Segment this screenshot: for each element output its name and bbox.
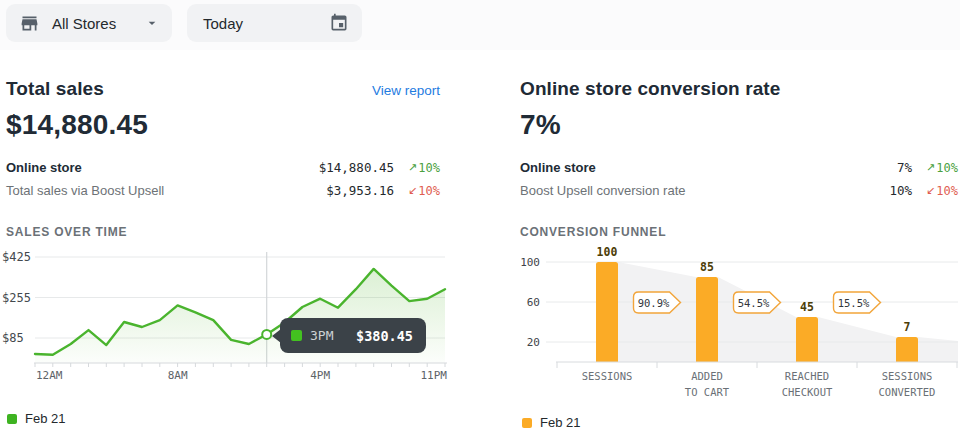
bar-value-label: 100	[597, 245, 618, 259]
tooltip-value: $380.45	[356, 328, 413, 344]
row-label: Online store	[520, 160, 596, 175]
funnel-category-label: CHECKOUT	[782, 386, 833, 398]
chevron-down-icon	[144, 15, 160, 31]
funnel-category-label: SESSIONS	[582, 370, 633, 382]
storefront-icon	[19, 13, 40, 34]
metric-row-online-store-rate: Online store 7% ↗10%	[520, 156, 960, 179]
bar-value-label: 45	[800, 300, 814, 314]
delta-badge: ↗10%	[912, 161, 958, 175]
funnel-badge-label: 15.5%	[838, 297, 870, 309]
trend-down-icon: ↙	[408, 185, 417, 196]
tooltip-time: 3PM	[310, 328, 333, 343]
store-selector-label: All Stores	[52, 15, 116, 32]
conversion-header: Online store conversion rate	[520, 78, 960, 98]
svg-text:60: 60	[527, 296, 540, 309]
svg-text:4PM: 4PM	[310, 369, 330, 382]
store-selector-button[interactable]: All Stores	[6, 4, 172, 42]
total-sales-big-value: $14,880.45	[6, 110, 446, 140]
funnel-badge-label: 90.9%	[638, 297, 670, 309]
metric-row-online-store: Online store $14,880.45 ↗10%	[6, 156, 446, 179]
metric-row-boost-upsell: Total sales via Boost Upsell $3,953.16 ↙…	[6, 179, 446, 202]
funnel-bar	[696, 277, 718, 362]
conversion-rate-panel: Online store conversion rate 7% Online s…	[520, 70, 960, 430]
svg-text:20: 20	[527, 336, 540, 349]
total-sales-title: Total sales	[6, 78, 104, 100]
hover-marker	[262, 330, 271, 339]
delta-badge: ↙10%	[912, 184, 958, 198]
svg-text:12AM: 12AM	[36, 369, 63, 382]
svg-text:$425: $425	[2, 250, 31, 264]
chart-tooltip: 3PM $380.45	[280, 318, 426, 353]
conversion-big-value: 7%	[520, 110, 960, 140]
delta-badge: ↗10%	[394, 161, 440, 175]
funnel-bar	[896, 337, 918, 362]
trend-down-icon: ↙	[926, 185, 935, 196]
row-label: Total sales via Boost Upsell	[6, 183, 164, 198]
delta-value: 10%	[418, 161, 440, 175]
funnel-category-label: SESSIONS	[882, 370, 933, 382]
funnel-chart-legend: Feb 21	[520, 415, 960, 430]
bar-value-label: 7	[904, 320, 911, 334]
funnel-category-label: REACHED	[785, 370, 829, 382]
conversion-title: Online store conversion rate	[520, 78, 780, 100]
delta-value: 10%	[418, 184, 440, 198]
legend-swatch-orange	[522, 418, 532, 428]
funnel-bar	[796, 317, 818, 362]
total-sales-panel: Total sales View report $14,880.45 Onlin…	[6, 70, 446, 426]
row-value: $3,953.16	[326, 183, 394, 198]
row-value: $14,880.45	[319, 160, 394, 175]
legend-label: Feb 21	[540, 415, 580, 430]
date-selector-label: Today	[203, 15, 243, 32]
delta-badge: ↙10%	[394, 184, 440, 198]
total-sales-header: Total sales View report	[6, 78, 446, 98]
view-report-link[interactable]: View report	[372, 83, 446, 98]
funnel-bar	[596, 262, 618, 362]
funnel-category-label: TO CART	[685, 386, 730, 398]
date-selector-button[interactable]: Today	[187, 4, 362, 42]
row-label: Online store	[6, 160, 82, 175]
row-value: 7%	[897, 160, 912, 175]
trend-up-icon: ↗	[408, 162, 417, 173]
sales-chart-legend: Feb 21	[6, 411, 446, 426]
metric-row-boost-upsell-rate: Boost Upsell conversion rate 10% ↙10%	[520, 179, 960, 202]
delta-value: 10%	[936, 184, 958, 198]
svg-text:11PM: 11PM	[421, 369, 448, 382]
conversion-rows: Online store 7% ↗10% Boost Upsell conver…	[520, 156, 960, 202]
conversion-funnel-heading: CONVERSION FUNNEL	[520, 225, 960, 239]
funnel-badge-label: 54.5%	[738, 297, 770, 309]
delta-value: 10%	[936, 161, 958, 175]
svg-text:100: 100	[520, 256, 540, 269]
trend-up-icon: ↗	[926, 162, 935, 173]
sales-over-time-heading: SALES OVER TIME	[6, 225, 446, 239]
legend-swatch-green	[7, 414, 17, 424]
funnel-category-label: ADDED	[691, 370, 723, 382]
svg-text:8AM: 8AM	[168, 369, 188, 382]
row-label: Boost Upsell conversion rate	[520, 183, 685, 198]
topbar: All Stores Today	[0, 0, 960, 50]
bar-value-label: 85	[700, 260, 714, 274]
total-sales-rows: Online store $14,880.45 ↗10% Total sales…	[6, 156, 446, 202]
series-swatch	[291, 330, 302, 341]
funnel-category-label: CONVERTED	[879, 386, 936, 398]
legend-label: Feb 21	[25, 411, 65, 426]
row-value: 10%	[889, 183, 912, 198]
svg-text:$85: $85	[2, 331, 24, 345]
conversion-funnel-chart[interactable]: 10060201008545790.9%54.5%15.5%SESSIONSAD…	[520, 240, 960, 406]
calendar-icon	[329, 13, 349, 33]
svg-text:$255: $255	[2, 291, 31, 305]
